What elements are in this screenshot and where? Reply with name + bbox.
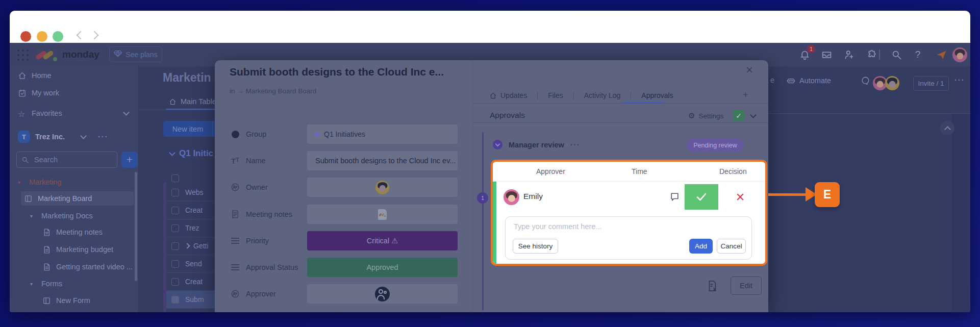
approver-row: Emily ×	[496, 182, 765, 213]
integrate-label-clipped[interactable]: e	[770, 76, 774, 84]
group-value[interactable]: Q1 Initiatives	[307, 124, 458, 144]
row-checkbox[interactable]	[171, 207, 179, 214]
table-row[interactable]: Creat	[166, 202, 215, 219]
sidebar-item-favorites[interactable]: ☆ Favorites	[15, 106, 134, 120]
collapse-circle-icon[interactable]	[493, 140, 502, 149]
approve-button[interactable]	[685, 184, 718, 210]
reject-button[interactable]: ×	[728, 186, 752, 208]
sidebar-scrollbar[interactable]	[135, 172, 137, 281]
approver-value[interactable]	[307, 284, 458, 304]
row-checkbox[interactable]	[171, 278, 179, 286]
sidebar-item-marketing-board[interactable]: Marketing Board	[21, 191, 134, 206]
monday-doc-icon	[378, 209, 387, 220]
see-history-button[interactable]: See history	[513, 239, 558, 254]
board-header-border	[768, 113, 970, 114]
modal-divider	[472, 60, 473, 312]
board-more-icon[interactable]: ···	[954, 76, 965, 84]
table-row[interactable]: Creat	[166, 273, 215, 291]
field-label: Approval Status	[246, 263, 306, 271]
review-more-icon[interactable]: ···	[570, 140, 580, 149]
tab-main-table[interactable]: Main Table	[169, 97, 216, 106]
row-checkbox[interactable]	[171, 189, 179, 196]
back-icon[interactable]	[77, 31, 85, 40]
robot-icon	[787, 76, 795, 85]
sidebar-item-my-work[interactable]: My work	[15, 86, 134, 100]
chevron-down-icon[interactable]	[750, 112, 757, 118]
sidebar-item-marketing-budget[interactable]: Marketing budget	[39, 242, 134, 257]
invite-button[interactable]: Invite / 1	[913, 76, 949, 91]
row-checkbox[interactable]	[171, 296, 179, 304]
whats-new-icon[interactable]	[935, 48, 947, 61]
close-icon[interactable]: ×	[746, 64, 753, 76]
invite-members-icon[interactable]	[843, 48, 855, 61]
group-q1-initiatives[interactable]: Q1 Initic	[170, 148, 213, 159]
owner-value[interactable]	[307, 178, 458, 197]
table-row[interactable]: Trez	[166, 219, 215, 237]
approver-name: Emily	[523, 192, 543, 201]
manager-review-row[interactable]: Manager review ···	[493, 140, 580, 149]
item-name: Send	[185, 260, 202, 268]
collapse-chevron-icon[interactable]	[940, 121, 954, 135]
sidebar-workspace[interactable]: T Trez Inc. ···	[15, 130, 134, 144]
tab-activity-log[interactable]: Activity Log	[574, 88, 631, 103]
apps-marketplace-icon[interactable]	[866, 48, 878, 61]
sidebar-folder-marketing-docs[interactable]: ▾ Marketing Docs	[27, 209, 134, 223]
table-row[interactable]: Getti	[166, 237, 215, 255]
field-label: Meeting notes	[246, 210, 306, 218]
user-avatar[interactable]	[952, 47, 967, 62]
search-icon[interactable]	[890, 48, 902, 61]
search-input[interactable]	[33, 155, 99, 164]
cancel-button[interactable]: Cancel	[717, 239, 746, 254]
comment-input[interactable]	[513, 222, 737, 231]
form-doc-icon[interactable]	[707, 280, 718, 292]
meeting-notes-value[interactable]	[307, 205, 458, 224]
add-button[interactable]: Add	[689, 239, 713, 254]
expand-icon[interactable]	[184, 243, 190, 248]
row-checkbox[interactable]	[171, 260, 179, 268]
edit-button[interactable]: Edit	[731, 276, 762, 295]
sidebar-item-new-form[interactable]: New Form	[39, 293, 134, 308]
item-name: Getti	[193, 242, 209, 250]
add-tab-button[interactable]: +	[743, 89, 748, 100]
doc-icon	[42, 245, 51, 254]
add-board-button[interactable]: +	[121, 152, 138, 168]
table-row-selected[interactable]: Subm	[166, 291, 215, 309]
see-plans-button[interactable]: See plans	[109, 46, 162, 62]
sidebar-folder-marketing[interactable]: ▾ Marketing	[15, 175, 134, 189]
tab-approvals-active[interactable]: Approvals	[631, 88, 683, 103]
row-checkbox[interactable]	[171, 242, 179, 250]
automate-button[interactable]: Automate	[787, 76, 831, 85]
sidebar-folder-forms[interactable]: ▾ Forms	[27, 276, 134, 291]
sidebar-search[interactable]	[16, 152, 117, 168]
approvals-settings-button[interactable]: ⚙ Settings ✓	[688, 110, 756, 121]
table-row[interactable]: Webs	[166, 184, 215, 202]
name-value[interactable]: Submit booth designs to the Cloud Inc ev…	[307, 151, 458, 170]
modal-breadcrumb[interactable]: in → Marketing Board Board	[230, 87, 316, 95]
approval-checkbox-icon[interactable]: ✓	[733, 110, 744, 121]
apps-grid-icon[interactable]	[17, 49, 30, 62]
table-row[interactable]: Send	[166, 255, 215, 273]
sidebar-item-home[interactable]: Home	[15, 68, 134, 83]
tab-files[interactable]: Files	[538, 88, 573, 103]
select-all-checkbox[interactable]	[171, 174, 179, 182]
comment-icon[interactable]	[670, 192, 680, 202]
tab-updates[interactable]: Updates	[479, 88, 537, 103]
traffic-light-close[interactable]	[20, 31, 31, 42]
gear-icon: ⚙	[688, 111, 695, 120]
traffic-light-zoom[interactable]	[53, 31, 63, 42]
tab-label: Activity Log	[584, 91, 621, 99]
traffic-light-minimize[interactable]	[37, 31, 47, 42]
member-avatar[interactable]	[885, 76, 899, 90]
workspace-more-icon[interactable]: ···	[98, 133, 109, 141]
inbox-icon[interactable]	[820, 48, 833, 61]
forward-icon[interactable]	[90, 31, 99, 40]
sidebar-item-getting-started[interactable]: Getting started video ...	[39, 260, 134, 274]
sidebar-item-meeting-notes[interactable]: Meeting notes	[39, 225, 134, 239]
row-checkbox[interactable]	[171, 224, 179, 232]
priority-value-critical[interactable]: Critical ⚠	[307, 231, 458, 250]
people-icon	[230, 183, 241, 192]
board-icon	[24, 194, 33, 203]
approval-status-value[interactable]: Approved	[307, 258, 458, 277]
help-icon[interactable]: ?	[912, 48, 924, 61]
support-icon[interactable]	[861, 76, 870, 86]
